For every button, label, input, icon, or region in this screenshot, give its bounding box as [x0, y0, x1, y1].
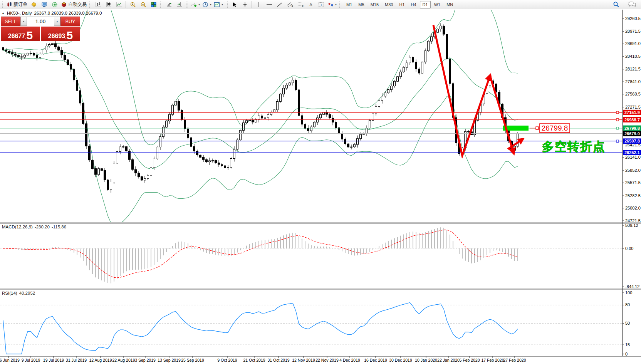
arrows-tool-button[interactable]: ▾ [326, 1, 338, 8]
tile-windows-icon [151, 2, 157, 8]
fibonacci-button[interactable]: F [295, 1, 305, 8]
svg-text:16 Dec 2019: 16 Dec 2019 [364, 358, 387, 362]
text-icon: A [308, 2, 314, 7]
timeframe-m5[interactable]: M5 [356, 1, 367, 8]
svg-text:27151.9: 27151.9 [624, 110, 640, 115]
svg-text:T: T [320, 3, 322, 7]
svg-text:26507.8: 26507.8 [624, 139, 640, 143]
svg-text:28121.5: 28121.5 [625, 67, 641, 71]
trendline-button[interactable] [274, 1, 285, 8]
chart-shift-button[interactable] [174, 1, 185, 8]
rsi-name: RSI(14) [2, 291, 17, 295]
toolbar-grip[interactable] [89, 2, 91, 8]
svg-text:31 Jul 2019: 31 Jul 2019 [66, 358, 87, 362]
profile-button[interactable] [39, 1, 49, 8]
auto-scroll-button[interactable] [164, 1, 174, 8]
sell-button[interactable]: SELL [1, 17, 20, 26]
bar-chart-button[interactable] [93, 1, 103, 8]
toolbar-grip[interactable] [226, 2, 228, 8]
crosshair-icon [242, 2, 248, 7]
svg-text:22 Nov 2019: 22 Nov 2019 [315, 358, 339, 362]
zoom-out-button[interactable] [138, 1, 148, 8]
svg-text:21 Oct 2019: 21 Oct 2019 [243, 358, 265, 362]
chart-collapse-icon[interactable]: ▲ [2, 12, 5, 15]
timeframe-h4[interactable]: H4 [408, 1, 419, 8]
svg-text:10 Jan 2020: 10 Jan 2020 [415, 358, 437, 362]
toolbar-grip[interactable] [186, 2, 188, 8]
candlestick-chart-icon [106, 2, 112, 8]
svg-text:30 Dec 2019: 30 Dec 2019 [389, 358, 412, 362]
svg-text:9 Jul 2019: 9 Jul 2019 [22, 358, 40, 362]
svg-text:13 Sep 2019: 13 Sep 2019 [158, 358, 181, 362]
volume-decrease-button[interactable]: ▼ [20, 17, 27, 26]
toolbar-grip[interactable] [2, 2, 4, 8]
timeframe-h1[interactable]: H1 [396, 1, 407, 8]
timeframe-m1[interactable]: M1 [344, 1, 355, 8]
horizontal-line-button[interactable] [264, 1, 274, 8]
trendline-icon [277, 2, 283, 7]
crosshair-button[interactable] [240, 1, 250, 8]
vertical-line-button[interactable] [253, 1, 264, 8]
svg-text:26799.8: 26799.8 [624, 126, 640, 131]
svg-text:25571.5: 25571.5 [625, 180, 641, 185]
macd-value-main: -230.20 [35, 225, 50, 229]
autotrade-icon [61, 2, 67, 8]
svg-text:22 Aug 2019: 22 Aug 2019 [112, 358, 135, 362]
chart-symbol-period: HK50-, Daily [7, 11, 32, 15]
chart-title: ▲ HK50-, Daily 26367.0 26839.0 26339.0 2… [2, 11, 102, 15]
toolbar-grip[interactable] [160, 2, 162, 8]
chat-button[interactable] [627, 1, 637, 8]
arrows-tool-icon [327, 2, 334, 7]
search-button[interactable] [611, 1, 621, 8]
svg-text:27 Feb 2020: 27 Feb 2020 [503, 358, 526, 362]
tile-windows-button[interactable] [148, 1, 159, 8]
timeframe-d1[interactable]: D1 [420, 1, 431, 8]
timeframe-mn[interactable]: MN [444, 1, 456, 8]
volume-input[interactable] [27, 17, 54, 26]
svg-text:25282.5: 25282.5 [625, 193, 641, 198]
toolbar-grip[interactable] [339, 2, 341, 8]
svg-text:31 Oct 2019: 31 Oct 2019 [267, 358, 289, 362]
templates-icon [214, 2, 220, 8]
buy-button[interactable]: BUY [60, 17, 80, 26]
svg-text:24721.5: 24721.5 [625, 218, 641, 223]
equidistant-channel-button[interactable]: E [285, 1, 295, 8]
svg-text:25852.0: 25852.0 [625, 168, 641, 173]
candlestick-chart-button[interactable] [103, 1, 114, 8]
rsi-value: 40.2952 [19, 291, 35, 295]
periods-button[interactable]: ▾ [201, 1, 213, 8]
signals-button[interactable] [49, 1, 60, 8]
macd-value-signal: -115.86 [52, 225, 66, 229]
text-label-button[interactable]: T [316, 1, 326, 8]
main-toolbar: 新订单 自动交易 ▾ ▾ [0, 0, 641, 9]
svg-text:27271.5: 27271.5 [625, 105, 641, 109]
buy-price-big-digit: 5 [67, 30, 73, 40]
buy-price-box[interactable]: 26693 . 5 [41, 27, 80, 41]
buy-price-int: 26693 [48, 33, 65, 39]
vertical-line-icon [257, 2, 261, 7]
templates-button[interactable]: ▾ [213, 1, 224, 8]
timeframe-m30[interactable]: M30 [382, 1, 396, 8]
line-chart-button[interactable] [114, 1, 124, 8]
zoom-in-button[interactable] [128, 1, 138, 8]
svg-text:100: 100 [625, 290, 632, 295]
new-order-button[interactable]: 新订单 [6, 1, 29, 8]
cursor-button[interactable] [229, 1, 240, 8]
floating-price-label: 26799.8 [542, 124, 568, 132]
timeframe-m15[interactable]: M15 [368, 1, 381, 8]
svg-text:26988.7: 26988.7 [624, 117, 640, 122]
periods-clock-icon [202, 2, 208, 8]
volume-increase-button[interactable]: ▲ [54, 17, 60, 26]
svg-text:A: A [309, 2, 312, 7]
quotes-button[interactable] [29, 1, 39, 8]
indicators-button[interactable]: ▾ [190, 1, 201, 8]
macd-name: MACD(12,26,9) [2, 225, 33, 229]
price-chart-canvas[interactable]: 26799.8多空转折点29260.528971.528691.028410.5… [0, 0, 641, 364]
sell-price-box[interactable]: 26677 . 5 [1, 27, 40, 41]
svg-text:19 Jul 2019: 19 Jul 2019 [43, 358, 64, 362]
autotrade-button[interactable]: 自动交易 [60, 1, 88, 8]
text-button[interactable]: A [305, 1, 316, 8]
equidistant-channel-icon: E [287, 2, 294, 7]
svg-text:0.00: 0.00 [625, 246, 633, 251]
timeframe-w1[interactable]: W1 [431, 1, 443, 8]
